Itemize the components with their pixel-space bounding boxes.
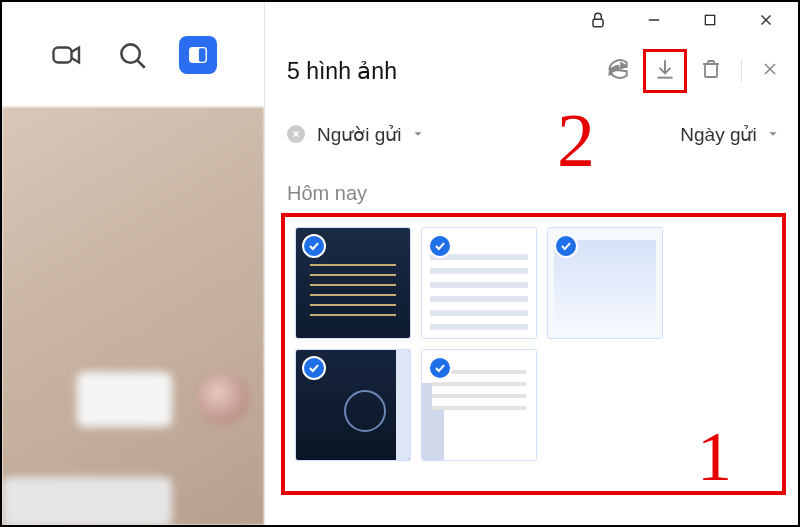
chevron-down-icon <box>411 124 425 145</box>
chat-sidebar <box>2 2 264 525</box>
maximize-button[interactable] <box>696 6 724 34</box>
trash-icon[interactable] <box>699 57 723 85</box>
minimize-button[interactable] <box>640 6 668 34</box>
section-today-label: Hôm nay <box>265 164 800 213</box>
svg-rect-13 <box>705 64 717 77</box>
svg-rect-6 <box>593 19 603 26</box>
filter-sender[interactable]: Người gửi <box>317 123 425 146</box>
image-thumb[interactable] <box>295 227 411 339</box>
svg-rect-0 <box>54 47 72 62</box>
clear-sender-icon[interactable] <box>287 125 305 143</box>
filter-date-label: Ngày gửi <box>680 124 756 145</box>
window-close-button[interactable] <box>752 6 780 34</box>
divider <box>741 60 742 82</box>
avatar <box>197 372 249 424</box>
search-icon[interactable] <box>115 38 149 72</box>
panel-close-icon[interactable] <box>760 59 780 83</box>
check-icon <box>302 356 326 380</box>
media-panel: 5 hình ảnh <box>264 2 800 525</box>
thumbnail-grid: 1 <box>281 213 786 495</box>
chat-bubble <box>77 372 172 427</box>
annotation-step-1: 1 <box>697 417 732 497</box>
filter-date[interactable]: Ngày gửi <box>680 123 780 146</box>
window-titlebar <box>265 2 800 38</box>
image-thumb[interactable] <box>295 349 411 461</box>
left-toolbar <box>2 2 264 107</box>
svg-point-1 <box>121 44 139 62</box>
chat-bubble <box>2 477 172 527</box>
share-icon[interactable] <box>605 56 631 86</box>
check-icon <box>554 234 578 258</box>
video-icon[interactable] <box>49 37 85 73</box>
check-icon <box>428 356 452 380</box>
image-thumb[interactable] <box>421 349 537 461</box>
svg-rect-8 <box>705 15 714 24</box>
check-icon <box>302 234 326 258</box>
download-button[interactable] <box>643 49 687 93</box>
media-header: 5 hình ảnh <box>265 38 800 104</box>
media-count-title: 5 hình ảnh <box>287 58 591 85</box>
image-thumb[interactable] <box>421 227 537 339</box>
filter-row: Người gửi Ngày gửi <box>265 104 800 164</box>
image-thumb[interactable] <box>547 227 663 339</box>
svg-rect-4 <box>199 47 206 62</box>
lock-icon[interactable] <box>584 6 612 34</box>
chevron-down-icon <box>766 124 780 145</box>
svg-line-2 <box>138 60 145 67</box>
check-icon <box>428 234 452 258</box>
chat-background <box>2 107 264 525</box>
panel-toggle-button[interactable] <box>179 36 217 74</box>
filter-sender-label: Người gửi <box>317 124 402 145</box>
